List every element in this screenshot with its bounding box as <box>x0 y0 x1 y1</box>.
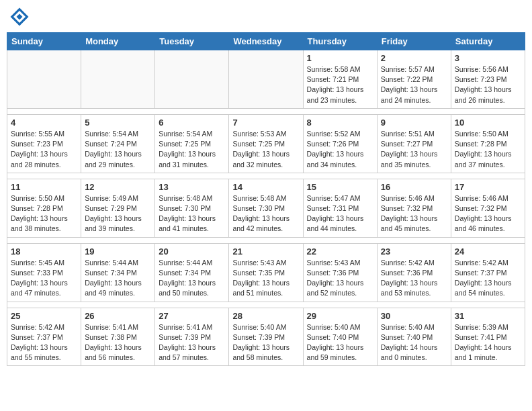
day-info: Sunrise: 5:40 AM Sunset: 7:40 PM Dayligh… <box>381 322 447 363</box>
day-info: Sunrise: 5:39 AM Sunset: 7:41 PM Dayligh… <box>455 322 521 363</box>
day-number: 17 <box>455 182 521 192</box>
row-spacer <box>7 302 525 308</box>
day-info: Sunrise: 5:43 AM Sunset: 7:36 PM Dayligh… <box>307 258 373 299</box>
day-info: Sunrise: 5:52 AM Sunset: 7:26 PM Dayligh… <box>307 129 373 170</box>
header-friday: Friday <box>377 33 451 50</box>
day-info: Sunrise: 5:56 AM Sunset: 7:23 PM Dayligh… <box>455 64 521 105</box>
calendar-cell: 25Sunrise: 5:42 AM Sunset: 7:37 PM Dayli… <box>7 308 81 366</box>
calendar-week-3: 18Sunrise: 5:45 AM Sunset: 7:33 PM Dayli… <box>7 243 525 302</box>
day-number: 2 <box>381 53 447 63</box>
day-number: 20 <box>159 246 225 257</box>
header-thursday: Thursday <box>303 33 377 50</box>
logo-icon <box>9 7 30 27</box>
row-spacer <box>7 108 525 114</box>
calendar-table: SundayMondayTuesdayWednesdayThursdayFrid… <box>7 32 525 366</box>
calendar-cell <box>155 50 229 109</box>
day-number: 8 <box>307 118 373 128</box>
day-info: Sunrise: 5:41 AM Sunset: 7:38 PM Dayligh… <box>85 322 151 363</box>
day-info: Sunrise: 5:48 AM Sunset: 7:30 PM Dayligh… <box>159 193 225 234</box>
day-info: Sunrise: 5:45 AM Sunset: 7:33 PM Dayligh… <box>11 258 77 299</box>
calendar-cell <box>7 50 81 109</box>
calendar-cell: 23Sunrise: 5:42 AM Sunset: 7:36 PM Dayli… <box>377 243 451 302</box>
day-info: Sunrise: 5:43 AM Sunset: 7:35 PM Dayligh… <box>232 258 299 299</box>
day-number: 18 <box>11 246 77 257</box>
day-info: Sunrise: 5:42 AM Sunset: 7:36 PM Dayligh… <box>381 258 447 299</box>
calendar-cell: 2Sunrise: 5:57 AM Sunset: 7:22 PM Daylig… <box>377 50 451 109</box>
calendar-cell: 27Sunrise: 5:41 AM Sunset: 7:39 PM Dayli… <box>155 308 229 366</box>
day-info: Sunrise: 5:44 AM Sunset: 7:34 PM Dayligh… <box>85 258 151 299</box>
day-number: 19 <box>85 246 151 257</box>
day-info: Sunrise: 5:48 AM Sunset: 7:30 PM Dayligh… <box>232 193 299 234</box>
header-sunday: Sunday <box>7 33 81 50</box>
day-number: 6 <box>159 118 225 128</box>
header-monday: Monday <box>81 33 155 50</box>
day-info: Sunrise: 5:58 AM Sunset: 7:21 PM Dayligh… <box>307 64 373 105</box>
page-header <box>7 7 525 27</box>
calendar-header-row: SundayMondayTuesdayWednesdayThursdayFrid… <box>7 33 525 50</box>
calendar-cell: 3Sunrise: 5:56 AM Sunset: 7:23 PM Daylig… <box>451 50 525 109</box>
day-number: 15 <box>307 182 373 192</box>
calendar-cell: 20Sunrise: 5:44 AM Sunset: 7:34 PM Dayli… <box>155 243 229 302</box>
day-info: Sunrise: 5:44 AM Sunset: 7:34 PM Dayligh… <box>159 258 225 299</box>
day-number: 3 <box>455 53 521 63</box>
day-info: Sunrise: 5:53 AM Sunset: 7:25 PM Dayligh… <box>232 129 299 170</box>
logo <box>9 7 32 27</box>
calendar-cell: 7Sunrise: 5:53 AM Sunset: 7:25 PM Daylig… <box>229 114 303 173</box>
day-info: Sunrise: 5:40 AM Sunset: 7:40 PM Dayligh… <box>307 322 373 363</box>
calendar-cell: 31Sunrise: 5:39 AM Sunset: 7:41 PM Dayli… <box>451 308 525 366</box>
calendar-week-2: 11Sunrise: 5:50 AM Sunset: 7:28 PM Dayli… <box>7 179 525 237</box>
calendar-cell: 19Sunrise: 5:44 AM Sunset: 7:34 PM Dayli… <box>81 243 155 302</box>
calendar-cell: 1Sunrise: 5:58 AM Sunset: 7:21 PM Daylig… <box>303 50 377 109</box>
day-number: 27 <box>159 311 225 321</box>
calendar-cell: 28Sunrise: 5:40 AM Sunset: 7:39 PM Dayli… <box>229 308 303 366</box>
day-number: 12 <box>85 182 151 192</box>
calendar-cell: 16Sunrise: 5:46 AM Sunset: 7:32 PM Dayli… <box>377 179 451 237</box>
calendar-cell: 22Sunrise: 5:43 AM Sunset: 7:36 PM Dayli… <box>303 243 377 302</box>
header-tuesday: Tuesday <box>155 33 229 50</box>
day-number: 10 <box>455 118 521 128</box>
calendar-cell: 21Sunrise: 5:43 AM Sunset: 7:35 PM Dayli… <box>229 243 303 302</box>
day-info: Sunrise: 5:54 AM Sunset: 7:25 PM Dayligh… <box>159 129 225 170</box>
day-info: Sunrise: 5:54 AM Sunset: 7:24 PM Dayligh… <box>85 129 151 170</box>
calendar-cell: 26Sunrise: 5:41 AM Sunset: 7:38 PM Dayli… <box>81 308 155 366</box>
day-number: 30 <box>381 311 447 321</box>
calendar-cell: 30Sunrise: 5:40 AM Sunset: 7:40 PM Dayli… <box>377 308 451 366</box>
day-number: 13 <box>159 182 225 192</box>
calendar-cell: 15Sunrise: 5:47 AM Sunset: 7:31 PM Dayli… <box>303 179 377 237</box>
day-info: Sunrise: 5:55 AM Sunset: 7:23 PM Dayligh… <box>11 129 77 170</box>
calendar-cell: 11Sunrise: 5:50 AM Sunset: 7:28 PM Dayli… <box>7 179 81 237</box>
calendar-cell: 9Sunrise: 5:51 AM Sunset: 7:27 PM Daylig… <box>377 114 451 173</box>
day-number: 16 <box>381 182 447 192</box>
calendar-cell: 8Sunrise: 5:52 AM Sunset: 7:26 PM Daylig… <box>303 114 377 173</box>
day-info: Sunrise: 5:50 AM Sunset: 7:28 PM Dayligh… <box>455 129 521 170</box>
header-wednesday: Wednesday <box>229 33 303 50</box>
calendar-cell: 4Sunrise: 5:55 AM Sunset: 7:23 PM Daylig… <box>7 114 81 173</box>
calendar-cell: 5Sunrise: 5:54 AM Sunset: 7:24 PM Daylig… <box>81 114 155 173</box>
day-info: Sunrise: 5:42 AM Sunset: 7:37 PM Dayligh… <box>455 258 521 299</box>
calendar-cell <box>81 50 155 109</box>
day-number: 1 <box>307 53 373 63</box>
day-info: Sunrise: 5:40 AM Sunset: 7:39 PM Dayligh… <box>232 322 299 363</box>
calendar-cell <box>229 50 303 109</box>
day-info: Sunrise: 5:47 AM Sunset: 7:31 PM Dayligh… <box>307 193 373 234</box>
day-info: Sunrise: 5:57 AM Sunset: 7:22 PM Dayligh… <box>381 64 447 105</box>
day-number: 21 <box>232 246 299 257</box>
day-info: Sunrise: 5:51 AM Sunset: 7:27 PM Dayligh… <box>381 129 447 170</box>
row-spacer <box>7 173 525 179</box>
row-spacer <box>7 237 525 243</box>
day-number: 28 <box>232 311 299 321</box>
day-number: 11 <box>11 182 77 192</box>
calendar-week-0: 1Sunrise: 5:58 AM Sunset: 7:21 PM Daylig… <box>7 50 525 109</box>
calendar-cell: 18Sunrise: 5:45 AM Sunset: 7:33 PM Dayli… <box>7 243 81 302</box>
day-number: 23 <box>381 246 447 257</box>
day-info: Sunrise: 5:49 AM Sunset: 7:29 PM Dayligh… <box>85 193 151 234</box>
calendar-cell: 29Sunrise: 5:40 AM Sunset: 7:40 PM Dayli… <box>303 308 377 366</box>
day-number: 31 <box>455 311 521 321</box>
day-number: 7 <box>232 118 299 128</box>
day-info: Sunrise: 5:42 AM Sunset: 7:37 PM Dayligh… <box>11 322 77 363</box>
day-number: 4 <box>11 118 77 128</box>
day-number: 29 <box>307 311 373 321</box>
day-number: 5 <box>85 118 151 128</box>
day-number: 25 <box>11 311 77 321</box>
day-number: 22 <box>307 246 373 257</box>
